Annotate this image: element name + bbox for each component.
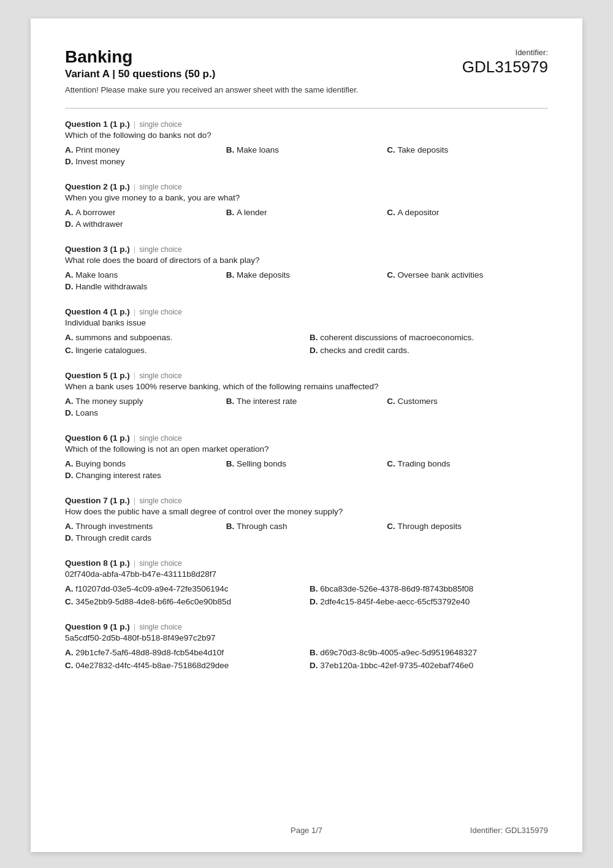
question-1-separator: | (134, 120, 136, 129)
question-3-text: What role does the board of directors of… (65, 256, 548, 265)
question-9-option-3-text: 37eb120a-1bbc-42ef-9735-402ebaf746e0 (320, 661, 473, 670)
question-4-option-3-text: checks and credit cards. (320, 346, 409, 355)
question-7-option-2-text: Through deposits (398, 522, 462, 531)
question-6-options: A. Buying bondsB. Selling bondsC. Tradin… (65, 459, 548, 482)
question-2-separator: | (134, 182, 136, 191)
question-1: Question 1 (1 p.) | single choiceWhich o… (65, 120, 548, 169)
question-5-type: single choice (139, 371, 181, 380)
question-4-type: single choice (139, 308, 181, 316)
question-9-option-2: C. 04e27832-d4fc-4f45-b8ae-751868d29dee (65, 661, 303, 670)
question-6-option-2-letter: C. (387, 459, 397, 468)
question-7-text: How does the public have a small degree … (65, 507, 548, 516)
question-1-options: A. Print moneyB. Make loansC. Take depos… (65, 145, 548, 169)
question-1-option-1-letter: B. (226, 145, 237, 154)
question-9-separator: | (134, 622, 136, 631)
question-2-option-2-text: A depositor (398, 208, 440, 217)
question-8-label: Question 8 (1 p.) (65, 558, 130, 568)
question-9-option-1-letter: B. (310, 648, 320, 657)
question-7-option-0-text: Through investments (75, 522, 153, 531)
question-2-option-0: A. A borrower (65, 208, 226, 217)
question-7-option-1-letter: B. (226, 522, 237, 531)
question-5-label: Question 5 (1 p.) (65, 371, 130, 380)
question-4-option-3: D. checks and credit cards. (310, 346, 548, 355)
question-6-option-3-letter: D. (65, 471, 75, 480)
question-1-header: Question 1 (1 p.) | single choice (65, 120, 548, 129)
question-7-option-2-letter: C. (387, 522, 397, 531)
question-4-option-1: B. coherent discussions of macroeconomic… (310, 333, 548, 342)
question-1-label: Question 1 (1 p.) (65, 120, 130, 129)
question-1-option-3-letter: D. (65, 157, 75, 166)
question-8-option-2-text: 345e2bb9-5d88-4de8-b6f6-4e6c0e90b85d (75, 597, 231, 606)
question-2-option-0-letter: A. (65, 208, 75, 217)
question-3-option-1-text: Make deposits (237, 270, 290, 280)
question-1-option-0-text: Print money (75, 145, 120, 154)
question-3-options: A. Make loansB. Make depositsC. Oversee … (65, 270, 548, 294)
page: Banking Variant A | 50 questions (50 p.)… (31, 18, 582, 852)
question-7-option-3-letter: D. (65, 533, 75, 542)
question-3-label: Question 3 (1 p.) (65, 245, 130, 254)
question-5-option-0-letter: A. (65, 397, 75, 406)
question-7-type: single choice (139, 497, 181, 505)
question-2-option-3: D. A withdrawer (65, 219, 548, 229)
question-9-label: Question 9 (1 p.) (65, 622, 130, 631)
question-3-option-3: D. Handle withdrawals (65, 282, 548, 291)
question-1-option-1-text: Make loans (237, 145, 279, 154)
question-6: Question 6 (1 p.) | single choiceWhich o… (65, 433, 548, 482)
question-9-header: Question 9 (1 p.) | single choice (65, 622, 548, 631)
question-2-option-1: B. A lender (226, 208, 387, 217)
question-8-option-2-letter: C. (65, 597, 75, 606)
question-1-option-1: B. Make loans (226, 145, 387, 154)
question-6-option-0-text: Buying bonds (75, 459, 126, 468)
question-4-option-2: C. lingerie catalogues. (65, 346, 303, 355)
question-9-option-3: D. 37eb120a-1bbc-42ef-9735-402ebaf746e0 (310, 661, 548, 670)
question-8-option-3: D. 2dfe4c15-845f-4ebe-aecc-65cf53792e40 (310, 597, 548, 606)
question-8-header: Question 8 (1 p.) | single choice (65, 558, 548, 568)
question-2-option-3-letter: D. (65, 219, 75, 229)
question-5-option-2: C. Customers (387, 397, 548, 406)
header-left: Banking Variant A | 50 questions (50 p.) (65, 48, 215, 80)
question-1-text: Which of the following do banks not do? (65, 131, 548, 140)
question-9: Question 9 (1 p.) | single choice5a5cdf5… (65, 622, 548, 672)
question-8-option-0: A. f10207dd-03e5-4c09-a9e4-72fe3506194c (65, 584, 303, 593)
question-8-option-2: C. 345e2bb9-5d88-4de8-b6f6-4e6c0e90b85d (65, 597, 303, 606)
question-5-options: A. The money supplyB. The interest rateC… (65, 397, 548, 420)
question-1-option-2-text: Take deposits (398, 145, 449, 154)
question-4-text: Individual banks issue (65, 318, 548, 327)
question-3-option-3-letter: D. (65, 282, 75, 291)
question-2-option-1-text: A lender (237, 208, 267, 217)
question-4: Question 4 (1 p.) | single choiceIndivid… (65, 307, 548, 357)
question-9-option-0: A. 29b1cfe7-5af6-48d8-89d8-fcb54be4d10f (65, 648, 303, 657)
question-3-option-2: C. Oversee bank activities (387, 270, 548, 280)
question-9-option-0-text: 29b1cfe7-5af6-48d8-89d8-fcb54be4d10f (75, 648, 224, 657)
question-2-option-0-text: A borrower (75, 208, 115, 217)
question-1-option-3-text: Invest money (75, 157, 124, 166)
question-1-type: single choice (139, 120, 181, 129)
question-2-option-3-text: A withdrawer (75, 219, 123, 229)
question-2-label: Question 2 (1 p.) (65, 182, 130, 191)
question-4-options: A. summons and subpoenas.B. coherent dis… (65, 333, 548, 357)
question-6-option-1-letter: B. (226, 459, 237, 468)
question-2-option-2-letter: C. (387, 208, 397, 217)
question-8-option-3-letter: D. (310, 597, 320, 606)
question-9-type: single choice (139, 623, 181, 631)
footer-page: Page 1/7 (291, 826, 322, 835)
question-5-option-3-letter: D. (65, 408, 75, 417)
question-8-option-0-letter: A. (65, 584, 75, 593)
exam-title: Banking (65, 48, 215, 67)
question-2-options: A. A borrowerB. A lenderC. A depositorD.… (65, 208, 548, 231)
question-4-header: Question 4 (1 p.) | single choice (65, 307, 548, 316)
exam-subtitle: Variant A | 50 questions (50 p.) (65, 68, 215, 80)
question-1-option-3: D. Invest money (65, 157, 548, 166)
question-8-option-0-text: f10207dd-03e5-4c09-a9e4-72fe3506194c (75, 584, 228, 593)
question-6-option-3-text: Changing interest rates (75, 471, 161, 480)
question-5-option-3: D. Loans (65, 408, 548, 417)
question-3-option-2-letter: C. (387, 270, 397, 280)
question-7-option-3-text: Through credit cards (75, 533, 151, 542)
question-3-option-1: B. Make deposits (226, 270, 387, 280)
attention-text: Attention! Please make sure you received… (65, 85, 548, 94)
divider (65, 108, 548, 108)
header: Banking Variant A | 50 questions (50 p.)… (65, 48, 548, 80)
question-9-text: 5a5cdf50-2d5b-480f-b518-8f49e97c2b97 (65, 633, 548, 642)
question-5-option-2-text: Customers (398, 397, 438, 406)
question-4-option-2-text: lingerie catalogues. (75, 346, 147, 355)
